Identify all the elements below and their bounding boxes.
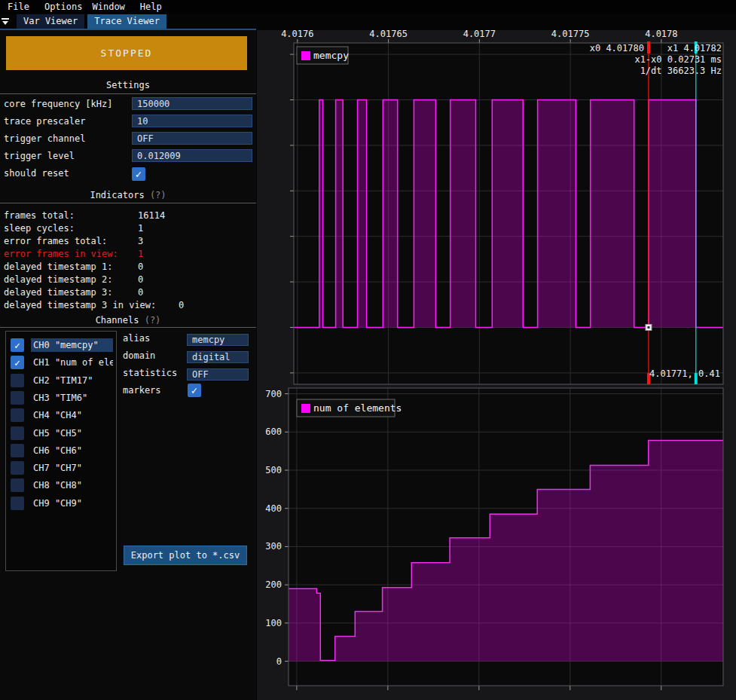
setting-label-trace-prescaler: trace prescaler <box>4 116 85 127</box>
channels-help-icon[interactable]: (?) <box>145 315 161 326</box>
channel-label-4[interactable]: CH4 "CH4" <box>31 408 113 422</box>
setting-label-trigger-channel: trigger channel <box>4 133 85 144</box>
indicator-value-error-frames-total: 3 <box>138 236 143 246</box>
channel-label-7[interactable]: CH7 "CH7" <box>31 461 113 475</box>
tab-trace-viewer[interactable]: Trace Viewer <box>87 14 166 29</box>
setting-checkbox-should-reset[interactable]: ✓ <box>132 167 145 181</box>
setting-input-trigger-level[interactable]: 0.012009 <box>132 149 252 162</box>
export-csv-button[interactable]: Export plot to *.csv <box>124 546 247 565</box>
indicator-label-sleep-cycles: sleep cycles: <box>4 223 75 234</box>
indicators-help-icon[interactable]: (?) <box>150 190 166 200</box>
indicator-value-delayed-timestamp-1: 0 <box>138 261 143 272</box>
indicator-value-error-frames-in-view: 1 <box>138 249 143 259</box>
channel-row-4: CH4 "CH4" <box>6 407 116 423</box>
channel-label-1[interactable]: CH1 "num of elements" <box>31 356 113 369</box>
setting-label-core-frequency-khz: core frequency [kHz] <box>4 99 113 109</box>
indicator-label-frames-total: frames total: <box>4 210 75 221</box>
control-sidebar: STOPPED Settings core frequency [kHz]150… <box>0 30 256 700</box>
channel-row-6: CH6 "CH6" <box>6 442 116 459</box>
hover-point-center <box>647 326 649 329</box>
channel-checkbox-7[interactable] <box>11 461 24 475</box>
stopped-status-button[interactable]: STOPPED <box>6 36 247 70</box>
legend-label: num of elements <box>313 402 402 414</box>
channel-checkbox-0[interactable]: ✓ <box>11 338 24 352</box>
channel-checkbox-4[interactable] <box>11 408 24 422</box>
legend-swatch <box>301 404 310 413</box>
prop-label-statistics: statistics <box>123 368 177 378</box>
channel-checkbox-2[interactable] <box>11 374 24 387</box>
indicator-label-delayed-timestamp-3: delayed timestamp 3: <box>4 287 113 298</box>
channel-row-9: CH9 "CH9" <box>6 495 116 512</box>
menu-item-file[interactable]: File <box>8 2 29 12</box>
digital-trace-plot[interactable]: 4.01764.017654.01774.017754.0178x0 4.017… <box>257 30 736 386</box>
plot-panel: 4.01764.017654.01774.017754.0178x0 4.017… <box>257 30 736 700</box>
marker-x0-top-cap[interactable] <box>647 41 650 53</box>
trace-viewer-window: FileOptionsWindowHelp Var ViewerTrace Vi… <box>0 0 736 700</box>
signal-fill <box>294 100 723 328</box>
indicator-label-delayed-timestamp-1: delayed timestamp 1: <box>4 261 113 272</box>
prop-label-domain: domain <box>123 350 155 361</box>
channel-row-5: CH5 "CH5" <box>6 425 116 442</box>
channels-section-title: Channels (?) <box>0 315 256 326</box>
prop-checkbox-markers[interactable]: ✓ <box>188 384 201 397</box>
channel-label-3[interactable]: CH3 "TIM6" <box>31 391 113 405</box>
cursor-position-label: 4.01771, 0.41 <box>649 368 720 379</box>
channel-checkbox-8[interactable] <box>11 478 24 492</box>
channel-row-1: ✓CH1 "num of elements" <box>6 354 116 371</box>
channel-label-9[interactable]: CH9 "CH9" <box>31 497 113 510</box>
channel-row-2: CH2 "TIM17" <box>6 372 116 389</box>
indicator-label-delayed-timestamp-2: delayed timestamp 2: <box>4 274 113 285</box>
menu-bar: FileOptionsWindowHelp <box>0 0 736 14</box>
setting-input-trigger-channel[interactable]: OFF <box>132 132 252 145</box>
prop-input-alias[interactable]: memcpy <box>187 334 249 346</box>
channel-label-2[interactable]: CH2 "TIM17" <box>31 374 113 387</box>
x-tick-label: 4.0178 <box>645 30 677 39</box>
channel-checkbox-6[interactable] <box>11 444 24 457</box>
prop-label-markers: markers <box>123 385 161 396</box>
legend-swatch <box>301 51 310 60</box>
x-tick-label: 4.01765 <box>369 30 408 39</box>
y-tick-label: 700 <box>265 389 282 399</box>
x-tick-label: 4.01775 <box>551 30 590 39</box>
settings-section-title: Settings <box>0 80 256 90</box>
channel-label-0[interactable]: CH0 "memcpy" <box>31 338 113 352</box>
marker-x1-label: x1 4.01782 <box>667 43 722 53</box>
channel-list: ✓CH0 "memcpy"✓CH1 "num of elements"CH2 "… <box>5 331 117 571</box>
channel-label-8[interactable]: CH8 "CH8" <box>31 478 113 492</box>
setting-input-trace-prescaler[interactable]: 10 <box>132 115 252 127</box>
channel-checkbox-3[interactable] <box>11 391 24 405</box>
y-tick-label: 500 <box>265 465 282 475</box>
y-tick-label: 200 <box>265 579 282 590</box>
menu-item-help[interactable]: Help <box>140 2 162 12</box>
setting-label-trigger-level: trigger level <box>4 151 75 161</box>
indicator-label-error-frames-in-view: error frames in view: <box>4 249 118 259</box>
channel-row-7: CH7 "CH7" <box>6 460 116 476</box>
setting-label-should-reset: should reset <box>4 168 69 179</box>
menu-item-options[interactable]: Options <box>44 2 83 12</box>
channel-row-8: CH8 "CH8" <box>6 477 116 494</box>
channel-label-5[interactable]: CH5 "CH5" <box>31 426 113 440</box>
tab-bar: Var ViewerTrace Viewer <box>0 14 256 30</box>
channel-checkbox-1[interactable]: ✓ <box>11 356 24 369</box>
channel-checkbox-9[interactable] <box>11 497 24 510</box>
channel-label-6[interactable]: CH6 "CH6" <box>31 444 113 457</box>
setting-input-core-frequency-khz[interactable]: 150000 <box>132 97 252 110</box>
y-tick-label: 300 <box>265 541 282 552</box>
channels-divider <box>0 327 256 328</box>
collapse-panel-icon[interactable] <box>2 14 15 28</box>
y-tick-label: 600 <box>265 426 282 437</box>
marker-delta-label: x1-x0 0.02731 ms <box>634 54 722 65</box>
y-tick-label: 100 <box>265 618 282 628</box>
prop-input-domain[interactable]: digital <box>187 351 249 363</box>
channel-row-3: CH3 "TIM6" <box>6 390 116 406</box>
channel-checkbox-5[interactable] <box>11 426 24 440</box>
tab-var-viewer[interactable]: Var Viewer <box>17 14 84 29</box>
num-elements-plot[interactable]: 0100200300400500600700num of elements <box>257 386 736 700</box>
menu-item-window[interactable]: Window <box>92 2 124 12</box>
settings-divider <box>0 93 256 94</box>
prop-input-statistics[interactable]: OFF <box>187 368 249 381</box>
indicator-value-delayed-timestamp-3: 0 <box>138 287 143 298</box>
prop-label-alias: alias <box>123 333 150 344</box>
indicator-label-error-frames-total: error frames total: <box>4 236 107 246</box>
legend-label: memcpy <box>313 50 349 61</box>
